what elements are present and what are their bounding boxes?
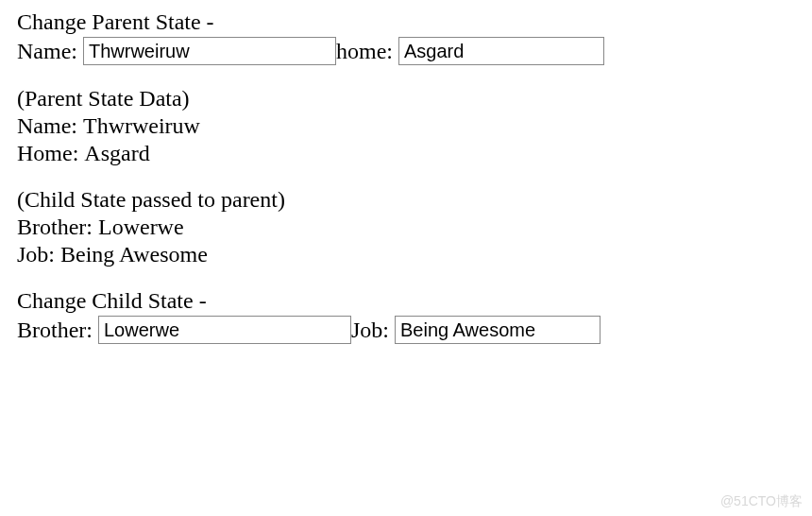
child-data-job-row: Job: Being Awesome bbox=[17, 242, 795, 267]
child-data-job-value: Being Awesome bbox=[60, 242, 208, 267]
child-form-heading-text: Change Child State - bbox=[17, 288, 207, 314]
parent-state-data-section: (Parent State Data) Name: Thwrweiruw Hom… bbox=[17, 86, 795, 166]
name-label: Name: bbox=[17, 39, 83, 64]
parent-data-name-row: Name: Thwrweiruw bbox=[17, 113, 795, 139]
parent-data-home-row: Home: Asgard bbox=[17, 141, 795, 166]
name-input[interactable] bbox=[83, 37, 336, 65]
parent-data-heading-text: (Parent State Data) bbox=[17, 86, 190, 112]
child-data-job-label: Job: bbox=[17, 242, 60, 267]
child-form-heading: Change Child State - bbox=[17, 288, 795, 314]
child-data-heading-text: (Child State passed to parent) bbox=[17, 187, 285, 213]
parent-data-home-label: Home: bbox=[17, 141, 84, 166]
home-label: home: bbox=[336, 39, 398, 64]
child-data-brother-row: Brother: Lowerwe bbox=[17, 215, 795, 240]
brother-label: Brother: bbox=[17, 318, 98, 343]
parent-data-name-value: Thwrweiruw bbox=[83, 113, 200, 139]
parent-data-name-label: Name: bbox=[17, 113, 83, 139]
child-data-brother-value: Lowerwe bbox=[98, 215, 184, 240]
parent-data-home-value: Asgard bbox=[84, 141, 149, 166]
parent-form-heading: Change Parent State - bbox=[17, 9, 795, 35]
child-form-row: Brother: Job: bbox=[17, 316, 795, 344]
child-form-section: Change Child State - Brother: Job: bbox=[17, 288, 795, 344]
child-data-brother-label: Brother: bbox=[17, 215, 98, 240]
child-state-data-section: (Child State passed to parent) Brother: … bbox=[17, 187, 795, 267]
parent-form-heading-text: Change Parent State - bbox=[17, 9, 214, 35]
job-input[interactable] bbox=[395, 316, 601, 344]
child-data-heading: (Child State passed to parent) bbox=[17, 187, 795, 213]
job-label: Job: bbox=[351, 318, 395, 343]
parent-data-heading: (Parent State Data) bbox=[17, 86, 795, 112]
home-input[interactable] bbox=[398, 37, 604, 65]
brother-input[interactable] bbox=[98, 316, 351, 344]
parent-form-row: Name: home: bbox=[17, 37, 795, 65]
